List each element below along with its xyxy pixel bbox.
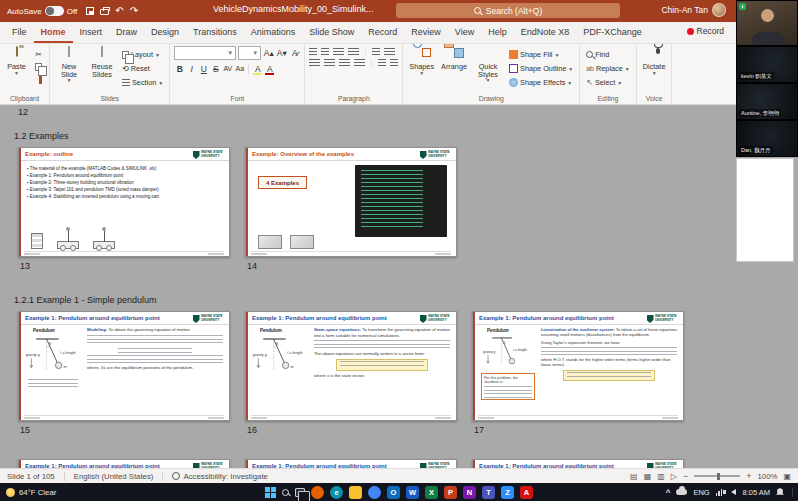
dictate-button[interactable]: Dictate ▼ [641,46,668,76]
autosave-toggle[interactable]: AutoSave Off [7,6,77,16]
weather-widget[interactable]: 64°F Clear [6,488,56,497]
replace-button[interactable]: abReplace▼ [584,62,632,75]
zoom-level[interactable]: 100% [757,472,777,481]
tab-pdf-xchange[interactable]: PDF-XChange [576,22,649,43]
input-language[interactable]: ENG [693,488,709,497]
numbering-icon[interactable] [321,48,329,56]
tab-view[interactable]: View [448,22,481,43]
accessibility-status[interactable]: Accessibility: Investigate [172,472,268,481]
powerpoint-icon[interactable]: P [444,486,457,499]
slide-sorter-canvas[interactable]: 12 1.2 Examples Example: outline WAYNE S… [0,105,798,468]
section-header[interactable]: 1.2.1 Example 1 - Simple pendulum [14,295,157,305]
fit-slide-icon[interactable]: ▣ [783,472,791,481]
italic-button[interactable]: I [186,62,197,75]
cut-icon[interactable]: ✂ [32,48,45,60]
shape-effects-button[interactable]: Shape Effects▼ [507,76,575,89]
record-button[interactable]: Record [687,26,724,36]
normal-view-icon[interactable]: ▤ [630,472,638,481]
tab-insert[interactable]: Insert [73,22,110,43]
redo-icon[interactable]: ↷ [130,6,138,16]
slide-thumbnail-15[interactable]: Example 1: Pendulum around equilibrium p… [18,311,230,421]
section-header[interactable]: 1.2 Examples [14,131,69,141]
select-button[interactable]: ↖Select▼ [584,76,632,89]
shape-fill-button[interactable]: Shape Fill▼ [507,48,575,61]
strikethrough-button[interactable]: S [210,62,221,75]
shrink-font-icon[interactable]: A▾ [276,47,287,60]
search-box[interactable]: Search (Alt+Q) [396,3,620,18]
language-indicator[interactable]: English (United States) [74,472,154,481]
zoom-knob[interactable] [717,473,720,480]
task-view-icon[interactable] [295,488,305,497]
teams-icon[interactable]: T [482,486,495,499]
reset-button[interactable]: ⟲Reset [120,62,165,75]
show-desktop-button[interactable] [792,488,794,497]
tab-endnote-x8[interactable]: EndNote X8 [514,22,577,43]
tab-draw[interactable]: Draw [109,22,144,43]
taskbar-search-icon[interactable] [282,489,289,496]
volume-icon[interactable] [731,489,736,495]
find-button[interactable]: Find [584,48,632,61]
slide-thumbnail-16[interactable]: Example 1: Pendulum around equilibrium p… [245,311,457,421]
line-spacing-icon[interactable] [372,48,380,56]
tab-file[interactable]: File [5,22,34,43]
clock[interactable]: 8:05 AM [742,488,770,497]
text-direction-icon[interactable] [384,48,395,56]
network-icon[interactable] [716,489,723,496]
copy-icon[interactable] [35,63,42,71]
slide-thumbnail-partial[interactable]: Example 1: Pendulum around equilibrium p… [18,459,230,468]
word-icon[interactable]: W [406,486,419,499]
edge-icon[interactable]: e [330,486,343,499]
slide-thumbnail-14[interactable]: Example: Overview of the examples WAYNE … [245,147,457,257]
outlook-icon[interactable]: O [387,486,400,499]
slide-thumbnail-13[interactable]: Example: outline WAYNE STATE UNIVERSITY … [18,147,230,257]
underline-button[interactable]: U [198,62,209,75]
shapes-button[interactable]: Shapes ▼ [407,46,436,76]
quick-styles-button[interactable]: Quick Styles ▼ [472,46,504,84]
autosave-switch[interactable] [45,6,64,16]
slideshow-view-icon[interactable]: ▷ [671,472,677,481]
zoom-in-icon[interactable]: + [746,472,751,481]
layout-button[interactable]: Layout▼ [120,48,165,61]
tab-design[interactable]: Design [144,22,186,43]
slide-thumbnail-17[interactable]: Example 1: Pendulum around equilibrium p… [472,311,684,421]
font-size-select[interactable]: ▼ [238,46,261,60]
acrobat-icon[interactable]: A [520,486,533,499]
grow-font-icon[interactable]: A▴ [263,47,274,60]
tab-help[interactable]: Help [481,22,514,43]
undo-icon[interactable]: ↶ [115,6,123,16]
text-highlight-button[interactable]: A [252,62,263,75]
excel-icon[interactable]: X [425,486,438,499]
align-right-icon[interactable] [339,59,350,67]
bullets-icon[interactable] [309,48,317,56]
tab-record[interactable]: Record [361,22,404,43]
font-color-button[interactable]: A [264,62,275,75]
columns-icon[interactable] [378,59,386,67]
shape-outline-button[interactable]: Shape Outline▼ [507,62,575,75]
slide-thumbnail-partial[interactable]: Example 1: Pendulum around equilibrium p… [472,459,684,468]
smartart-icon[interactable] [390,59,398,67]
print-icon[interactable] [100,9,109,15]
align-center-icon[interactable] [324,59,335,67]
new-slide-button[interactable]: New Slide ▼ [54,46,84,84]
reuse-slides-button[interactable]: Reuse Slides [87,46,117,78]
firefox-icon[interactable] [311,486,324,499]
zoom-slider[interactable] [694,475,740,477]
tab-review[interactable]: Review [404,22,448,43]
align-left-icon[interactable] [309,59,320,67]
font-family-select[interactable]: ▼ [174,46,236,60]
video-tile[interactable]: Auntine, 李明明 [736,83,798,120]
onedrive-icon[interactable] [676,489,687,495]
format-painter-icon[interactable] [39,76,42,84]
zoom-icon[interactable]: Z [501,486,514,499]
zoom-out-icon[interactable]: − [683,472,688,481]
slide-indicator[interactable]: Slide 1 of 105 [7,472,55,481]
tab-animations[interactable]: Animations [244,22,303,43]
onenote-icon[interactable]: N [463,486,476,499]
chrome-icon[interactable] [368,486,381,499]
reading-view-icon[interactable]: ▥ [657,472,665,481]
character-spacing-button[interactable]: AV [222,62,233,75]
arrange-button[interactable]: Arrange [439,46,469,71]
file-explorer-icon[interactable] [349,486,362,499]
tab-home[interactable]: Home [34,22,73,43]
save-icon[interactable] [86,7,94,15]
